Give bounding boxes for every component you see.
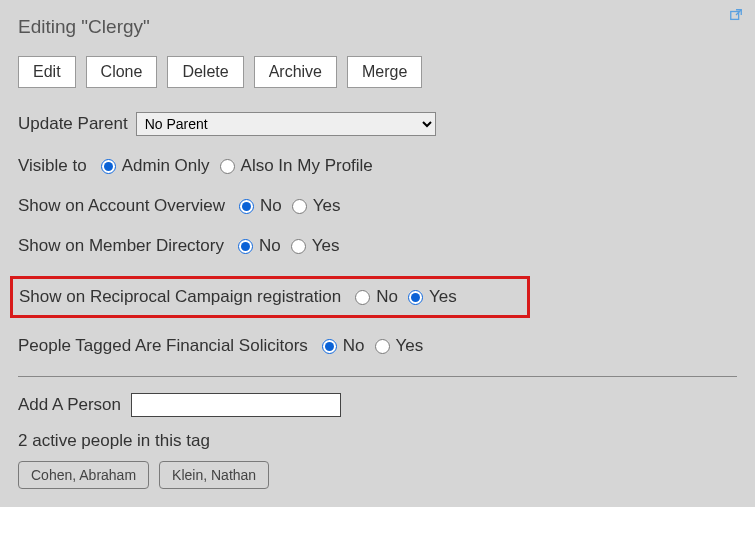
solicitors-row: People Tagged Are Financial Solicitors N… [18,336,737,356]
archive-button[interactable]: Archive [254,56,337,88]
member-directory-no-radio[interactable] [238,239,253,254]
edit-tag-panel: Editing "Clergy" Edit Clone Delete Archi… [0,0,755,507]
reciprocal-yes-option: Yes [429,287,457,307]
person-chip[interactable]: Cohen, Abraham [18,461,149,489]
account-overview-label: Show on Account Overview [18,196,225,216]
member-directory-row: Show on Member Directory No Yes [18,236,737,256]
visible-admin-radio[interactable] [101,159,116,174]
account-overview-row: Show on Account Overview No Yes [18,196,737,216]
section-divider [18,376,737,377]
solicitors-yes-option: Yes [396,336,424,356]
delete-button[interactable]: Delete [167,56,243,88]
account-overview-yes-radio[interactable] [292,199,307,214]
solicitors-no-option: No [343,336,365,356]
person-chip[interactable]: Klein, Nathan [159,461,269,489]
member-directory-no-option: No [259,236,281,256]
add-person-label: Add A Person [18,395,121,415]
visible-to-row: Visible to Admin Only Also In My Profile [18,156,737,176]
update-parent-label: Update Parent [18,114,128,134]
reciprocal-yes-radio[interactable] [408,290,423,305]
solicitors-no-radio[interactable] [322,339,337,354]
reciprocal-row: Show on Reciprocal Campaign registration… [19,287,521,307]
people-count: 2 active people in this tag [18,431,737,451]
visible-profile-option: Also In My Profile [241,156,373,176]
merge-button[interactable]: Merge [347,56,422,88]
add-person-input[interactable] [131,393,341,417]
popout-icon[interactable] [729,8,743,22]
edit-button[interactable]: Edit [18,56,76,88]
visible-admin-option: Admin Only [122,156,210,176]
people-chip-row: Cohen, Abraham Klein, Nathan [18,461,737,489]
visible-to-label: Visible to [18,156,87,176]
reciprocal-no-radio[interactable] [355,290,370,305]
solicitors-label: People Tagged Are Financial Solicitors [18,336,308,356]
reciprocal-no-option: No [376,287,398,307]
account-overview-no-option: No [260,196,282,216]
visible-profile-radio[interactable] [220,159,235,174]
clone-button[interactable]: Clone [86,56,158,88]
member-directory-yes-option: Yes [312,236,340,256]
account-overview-no-radio[interactable] [239,199,254,214]
member-directory-label: Show on Member Directory [18,236,224,256]
reciprocal-label: Show on Reciprocal Campaign registration [19,287,341,307]
reciprocal-highlight: Show on Reciprocal Campaign registration… [10,276,530,318]
action-button-row: Edit Clone Delete Archive Merge [18,56,737,88]
page-title: Editing "Clergy" [18,16,737,38]
add-person-row: Add A Person [18,393,737,417]
update-parent-row: Update Parent No Parent [18,112,737,136]
account-overview-yes-option: Yes [313,196,341,216]
update-parent-select[interactable]: No Parent [136,112,436,136]
member-directory-yes-radio[interactable] [291,239,306,254]
solicitors-yes-radio[interactable] [375,339,390,354]
